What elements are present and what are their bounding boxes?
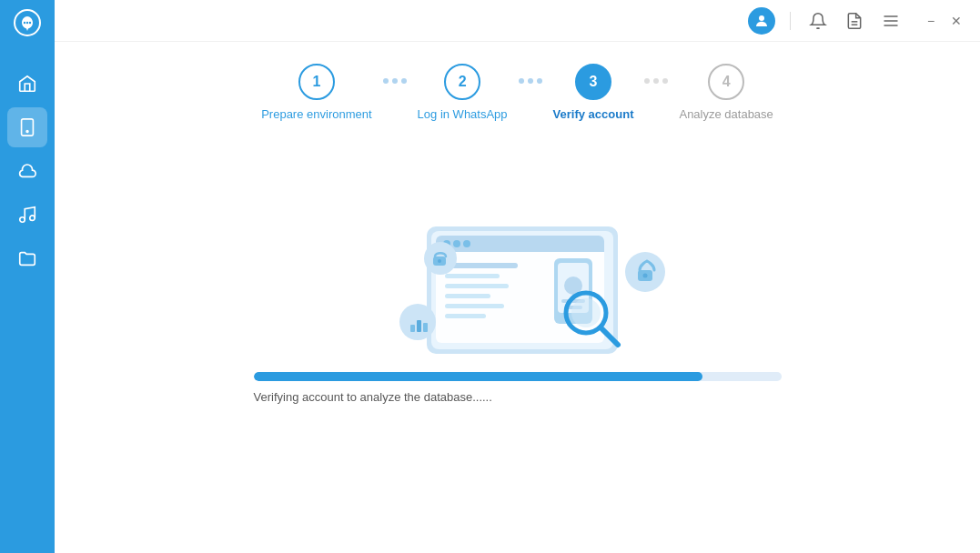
progress-area: Verifying account to analyze the databas…	[227, 372, 809, 404]
svg-rect-48	[417, 320, 421, 332]
sidebar-item-folder[interactable]	[7, 238, 47, 278]
svg-point-8	[759, 15, 764, 21]
svg-rect-47	[410, 325, 415, 332]
step-2-label: Log in WhatsApp	[418, 107, 508, 121]
svg-point-24	[453, 240, 460, 247]
step-3-label: Verify account	[553, 107, 634, 121]
svg-rect-22	[436, 245, 604, 252]
sidebar-navigation	[7, 55, 47, 553]
svg-point-42	[642, 274, 647, 278]
dot	[383, 78, 389, 84]
sidebar-item-device[interactable]	[7, 107, 47, 147]
document-icon[interactable]	[842, 8, 867, 34]
sidebar	[0, 0, 55, 553]
step-4-circle: 4	[708, 64, 744, 100]
dot	[528, 78, 533, 84]
titlebar-divider	[790, 12, 791, 30]
dot	[644, 78, 650, 84]
progress-bar-background	[254, 372, 782, 381]
dot	[537, 78, 542, 84]
dot	[392, 78, 398, 84]
minimize-button[interactable]: −	[922, 12, 940, 30]
svg-point-2	[26, 22, 28, 24]
titlebar: − ✕	[55, 0, 980, 42]
dot	[653, 78, 659, 84]
step-2: 2 Log in WhatsApp	[418, 64, 508, 121]
user-avatar[interactable]	[748, 7, 775, 35]
step-3-circle: 3	[575, 64, 611, 100]
dot	[519, 78, 524, 84]
progress-status-text: Verifying account to analyze the databas…	[254, 390, 782, 404]
step-4: 4 Analyze database	[679, 64, 773, 121]
svg-point-38	[571, 298, 601, 327]
step-dots-1-2	[383, 78, 407, 84]
steps-progress: 1 Prepare environment 2 Log in WhatsApp …	[55, 42, 980, 136]
step-dots-2-3	[519, 78, 542, 84]
svg-rect-28	[445, 284, 509, 288]
svg-point-25	[463, 240, 470, 247]
step-dots-3-4	[644, 78, 668, 84]
step-3: 3 Verify account	[553, 64, 634, 121]
dot	[401, 78, 407, 84]
window-controls: − ✕	[922, 12, 965, 30]
progress-bar-fill	[254, 372, 702, 381]
svg-point-7	[30, 216, 35, 221]
step-1-circle: 1	[298, 64, 335, 100]
close-button[interactable]: ✕	[947, 12, 965, 30]
sidebar-item-cloud[interactable]	[7, 151, 47, 191]
menu-icon[interactable]	[878, 8, 904, 34]
notification-icon[interactable]	[805, 8, 831, 34]
svg-point-45	[438, 259, 441, 263]
svg-point-1	[24, 22, 25, 24]
step-1-label: Prepare environment	[261, 107, 371, 121]
step-2-circle: 2	[444, 64, 480, 100]
dot	[662, 78, 668, 84]
sidebar-item-music[interactable]	[7, 195, 47, 235]
app-logo	[0, 0, 55, 45]
main-content: − ✕ 1 Prepare environment 2 Log in Whats…	[55, 0, 980, 553]
svg-point-3	[29, 22, 31, 24]
titlebar-icons: − ✕	[748, 7, 965, 35]
svg-point-5	[26, 131, 28, 133]
svg-rect-30	[445, 304, 504, 308]
verify-illustration	[345, 154, 691, 354]
svg-rect-27	[445, 274, 500, 278]
svg-point-6	[20, 217, 25, 223]
step-4-label: Analyze database	[679, 107, 773, 121]
content-area: Verifying account to analyze the databas…	[55, 136, 980, 553]
svg-rect-31	[445, 314, 486, 318]
svg-rect-29	[445, 294, 490, 298]
svg-rect-49	[423, 323, 428, 332]
step-1: 1 Prepare environment	[261, 64, 371, 121]
svg-rect-4	[22, 119, 34, 136]
sidebar-item-home[interactable]	[7, 64, 47, 104]
